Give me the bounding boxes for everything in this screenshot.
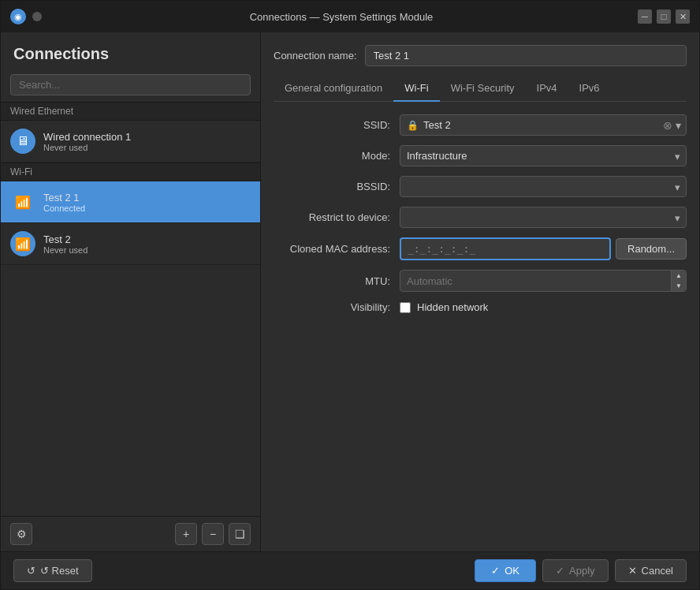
- mode-label: Mode:: [274, 150, 400, 162]
- ok-label: OK: [505, 565, 519, 577]
- wired-connection-status: Never used: [43, 143, 251, 152]
- mode-field: Infrastructure Ad-hoc AP: [400, 145, 687, 166]
- restrict-select-wrapper: [400, 207, 687, 228]
- reset-button[interactable]: ↺ ↺ Reset: [13, 559, 92, 582]
- test-2-details: Test 2 Never used: [43, 233, 251, 255]
- mtu-wrapper: ▲ ▼: [400, 270, 687, 292]
- cloned-mac-input[interactable]: [400, 237, 611, 260]
- right-panel: Connection name: General configuration W…: [261, 32, 699, 551]
- restrict-label: Restrict to device:: [274, 211, 400, 223]
- ssid-wrapper: 🔒 ⊗ ▾: [400, 114, 687, 136]
- settings-button[interactable]: ⚙: [10, 523, 32, 545]
- tab-general-configuration[interactable]: General configuration: [274, 76, 393, 102]
- remove-connection-button[interactable]: −: [202, 523, 224, 545]
- visibility-label: Visibility:: [274, 301, 400, 313]
- section-wifi: Wi-Fi: [1, 162, 260, 181]
- maximize-button[interactable]: □: [657, 9, 671, 24]
- test-2-1-name: Test 2 1: [43, 192, 251, 204]
- mtu-row: MTU: ▲ ▼: [274, 270, 687, 292]
- mtu-field: ▲ ▼: [400, 270, 687, 292]
- close-button[interactable]: ✕: [676, 9, 690, 24]
- sidebar: Connections Wired Ethernet 🖥 Wired conne…: [1, 32, 261, 551]
- bssid-row: BSSID:: [274, 176, 687, 197]
- mode-select[interactable]: Infrastructure Ad-hoc AP: [400, 145, 687, 166]
- apply-button[interactable]: ✓ Apply: [542, 559, 609, 582]
- connection-name-input[interactable]: [365, 45, 687, 66]
- hidden-network-checkbox[interactable]: [400, 302, 411, 313]
- mtu-label: MTU:: [274, 275, 400, 287]
- list-item-test-2-1[interactable]: 📶 Test 2 1 Connected: [1, 181, 260, 223]
- mtu-decrement-button[interactable]: ▼: [672, 281, 686, 291]
- ok-icon: ✓: [491, 565, 500, 577]
- window-title: Connections — System Settings Module: [45, 11, 638, 23]
- sidebar-heading: Connections: [1, 32, 260, 69]
- mode-row: Mode: Infrastructure Ad-hoc AP: [274, 145, 687, 166]
- duplicate-connection-button[interactable]: ❑: [229, 523, 251, 545]
- mode-select-wrapper: Infrastructure Ad-hoc AP: [400, 145, 687, 166]
- cloned-mac-label: Cloned MAC address:: [274, 243, 400, 255]
- ssid-clear-icon[interactable]: ⊗: [663, 119, 672, 132]
- sidebar-spacer: [1, 265, 260, 516]
- ssid-input[interactable]: [422, 115, 660, 135]
- mtu-input[interactable]: [400, 271, 671, 291]
- hidden-network-checkbox-row: Hidden network: [400, 301, 488, 313]
- app-icon: ◉: [10, 9, 26, 24]
- reset-icon: ↺: [27, 565, 35, 577]
- test-2-1-details: Test 2 1 Connected: [43, 192, 251, 213]
- add-connection-button[interactable]: +: [175, 523, 197, 545]
- list-item-test-2[interactable]: 📶 Test 2 Never used: [1, 223, 260, 265]
- tabs-row: General configuration Wi-Fi Wi-Fi Securi…: [274, 76, 687, 102]
- cloned-mac-field: Random...: [400, 237, 687, 260]
- ok-button[interactable]: ✓ OK: [475, 559, 536, 582]
- main-content: Connections Wired Ethernet 🖥 Wired conne…: [1, 32, 699, 551]
- tab-ipv6[interactable]: IPv6: [568, 76, 611, 102]
- apply-icon: ✓: [556, 565, 564, 577]
- wifi-form: SSID: 🔒 ⊗ ▾ Mode:: [274, 114, 687, 539]
- restrict-field: [400, 207, 687, 228]
- titlebar: ◉ Connections — System Settings Module ─…: [1, 1, 699, 32]
- wifi-icon-test-2-1: 📶: [10, 189, 35, 215]
- bssid-select[interactable]: [400, 176, 687, 197]
- mtu-increment-button[interactable]: ▲: [672, 271, 686, 281]
- lock-icon: 🔒: [407, 120, 419, 131]
- connection-name-label: Connection name:: [274, 50, 357, 62]
- test-2-1-status: Connected: [43, 204, 251, 213]
- tab-wifi-security[interactable]: Wi-Fi Security: [440, 76, 526, 102]
- sidebar-bottom: ⚙ + − ❑: [1, 516, 260, 551]
- reset-label: ↺ Reset: [40, 565, 79, 577]
- ssid-label: SSID:: [274, 119, 400, 131]
- ssid-field: 🔒 ⊗ ▾: [400, 114, 687, 136]
- cancel-icon: ✕: [628, 565, 637, 577]
- bssid-field: [400, 176, 687, 197]
- restrict-row: Restrict to device:: [274, 207, 687, 228]
- cancel-label: Cancel: [642, 565, 673, 577]
- list-item-wired-connection-1[interactable]: 🖥 Wired connection 1 Never used: [1, 121, 260, 162]
- mtu-spin-buttons: ▲ ▼: [671, 271, 686, 291]
- ssid-dropdown-icon[interactable]: ▾: [676, 119, 681, 132]
- wifi-icon-test-2: 📶: [10, 231, 35, 256]
- search-input[interactable]: [10, 74, 251, 95]
- test-2-status: Never used: [43, 245, 251, 255]
- tab-wifi[interactable]: Wi-Fi: [393, 76, 439, 102]
- app-window: ◉ Connections — System Settings Module ─…: [0, 0, 700, 590]
- footer: ↺ ↺ Reset ✓ OK ✓ Apply ✕ Cancel: [1, 551, 699, 589]
- random-mac-button[interactable]: Random...: [616, 238, 687, 260]
- tab-ipv4[interactable]: IPv4: [526, 76, 568, 102]
- ssid-row: SSID: 🔒 ⊗ ▾: [274, 114, 687, 136]
- hidden-network-label: Hidden network: [417, 301, 488, 313]
- bssid-label: BSSID:: [274, 181, 400, 192]
- window-controls: ─ □ ✕: [638, 9, 690, 24]
- search-container: [1, 69, 260, 102]
- cancel-button[interactable]: ✕ Cancel: [615, 559, 687, 582]
- footer-left: ↺ ↺ Reset: [13, 559, 468, 582]
- apply-label: Apply: [569, 565, 595, 577]
- visibility-field: Hidden network: [400, 301, 687, 313]
- section-wired-ethernet: Wired Ethernet: [1, 102, 260, 121]
- bssid-select-wrapper: [400, 176, 687, 197]
- wired-connection-details: Wired connection 1 Never used: [43, 131, 251, 152]
- wired-connection-name: Wired connection 1: [43, 131, 251, 143]
- minimize-button[interactable]: ─: [638, 9, 652, 24]
- wired-icon: 🖥: [10, 129, 35, 154]
- restrict-select[interactable]: [400, 207, 687, 228]
- minimize-btn[interactable]: [32, 12, 42, 21]
